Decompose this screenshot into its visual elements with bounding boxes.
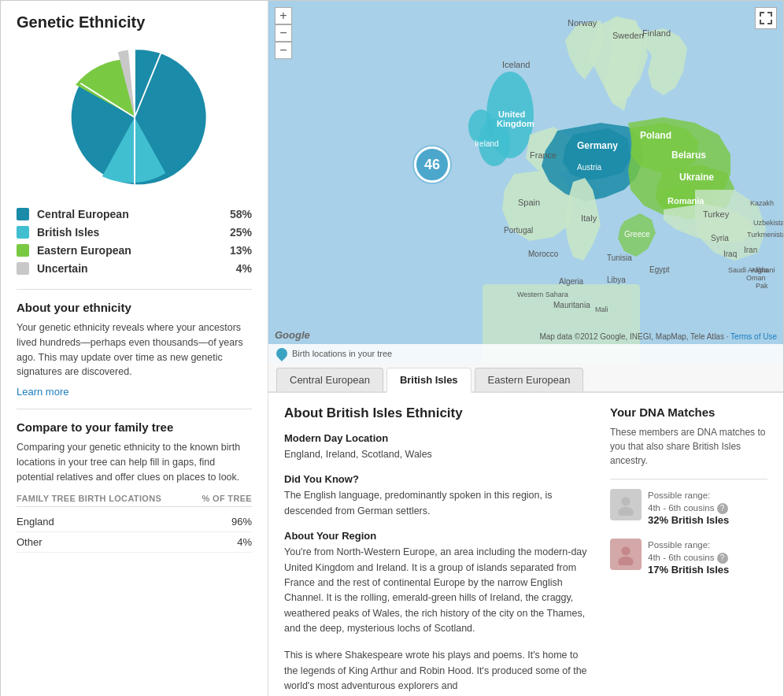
dna-match-1-pct: 32% British Isles (648, 514, 767, 526)
dna-help-icon-2[interactable]: ? (717, 553, 728, 564)
svg-text:Tunisia: Tunisia (607, 254, 632, 262)
svg-point-63 (618, 507, 634, 516)
dna-match-1-info: Possible range: 4th - 6th cousins ? 32% … (648, 489, 767, 526)
legend-label-british-isles: British Isles (37, 226, 230, 239)
svg-text:Western Sahara: Western Sahara (517, 291, 568, 298)
legend-color-british-isles (17, 226, 29, 239)
tab-eastern-european[interactable]: Eastern European (475, 368, 584, 391)
tree-col2-header: % OF TREE (202, 494, 252, 503)
modern-day-location-text: England, Ireland, Scotland, Wales (284, 447, 594, 462)
zoom-out-button[interactable]: − (275, 24, 292, 42)
legend-item-uncertain: Uncertain 4% (17, 262, 252, 275)
birth-pin-icon (274, 346, 290, 361)
dna-match-1: Possible range: 4th - 6th cousins ? 32% … (610, 489, 767, 526)
about-region-title: About Your Region (284, 530, 594, 542)
svg-point-62 (621, 497, 630, 505)
dna-match-2-info: Possible range: 4th - 6th cousins ? 17% … (648, 539, 767, 576)
svg-text:Mauritania: Mauritania (553, 301, 590, 309)
legend-color-uncertain (17, 262, 29, 275)
tree-pct-england: 96% (231, 516, 252, 528)
svg-marker-15 (563, 128, 631, 180)
dna-match-2-range: Possible range: 4th - 6th cousins ? (648, 539, 767, 564)
dna-help-icon-1[interactable]: ? (717, 503, 728, 514)
svg-point-65 (618, 557, 634, 565)
did-you-know-section: Did You Know? The English language, pred… (284, 473, 594, 519)
svg-text:Syria: Syria (711, 234, 729, 242)
content-main: About British Isles Ethnicity Modern Day… (284, 405, 594, 696)
svg-text:Libya: Libya (607, 276, 626, 284)
svg-text:Oman: Oman (746, 274, 766, 282)
tab-central-european[interactable]: Central European (276, 368, 383, 391)
svg-text:Uzbekistan: Uzbekistan (753, 219, 783, 227)
svg-text:Turkmenistan: Turkmenistan (747, 231, 783, 239)
main-container: Genetic Ethnicity (0, 0, 784, 696)
compare-tree-title: Compare to your family tree (17, 420, 252, 434)
avatar-icon-2 (615, 543, 637, 565)
map-controls: + − − (275, 7, 292, 59)
map-bubble-count: 46 (424, 157, 440, 173)
map-expand-button[interactable] (755, 7, 777, 29)
svg-text:Germany: Germany (577, 140, 618, 151)
modern-day-location-section: Modern Day Location England, Ireland, Sc… (284, 432, 594, 462)
svg-text:Romania: Romania (668, 196, 704, 205)
svg-text:Ukraine: Ukraine (679, 172, 714, 183)
about-ethnicity-section: About your ethnicity Your genetic ethnic… (17, 301, 252, 398)
compare-tree-section: Compare to your family tree Comparing yo… (17, 420, 252, 553)
birth-locations-label: Birth locations in your tree (292, 349, 392, 358)
legend-label-uncertain: Uncertain (37, 262, 236, 275)
legend-item-eastern-european: Eastern European 13% (17, 244, 252, 257)
svg-text:Egypt: Egypt (649, 265, 670, 274)
pie-chart-container (17, 43, 252, 192)
about-region-section: About Your Region You're from North-West… (284, 530, 594, 694)
dna-divider (610, 479, 767, 479)
modern-day-location-title: Modern Day Location (284, 432, 594, 444)
tab-british-isles[interactable]: British Isles (386, 368, 472, 393)
compare-tree-text: Comparing your genetic ethnicity to the … (17, 440, 252, 484)
map-footer: Birth locations in your tree (268, 344, 783, 363)
svg-text:Portugal: Portugal (504, 226, 533, 235)
divider-2 (17, 409, 252, 409)
dna-match-1-range: Possible range: 4th - 6th cousins ? (648, 489, 767, 514)
tree-table-header: FAMILY TREE BIRTH LOCATIONS % OF TREE (17, 494, 252, 507)
expand-icon (760, 12, 772, 24)
svg-text:United: United (498, 109, 525, 119)
page-title: Genetic Ethnicity (17, 13, 252, 31)
dna-matches-panel: Your DNA Matches These members are DNA m… (610, 405, 767, 696)
avatar-1[interactable] (610, 489, 642, 520)
svg-text:Kingdom: Kingdom (497, 119, 534, 128)
legend-label-eastern-european: Eastern European (37, 244, 230, 257)
svg-text:Iran: Iran (744, 246, 757, 254)
svg-text:Kazakh: Kazakh (750, 199, 774, 207)
svg-text:Algeria: Algeria (559, 277, 584, 286)
zoom-out-button-2[interactable]: − (275, 42, 292, 59)
legend-color-eastern-european (17, 244, 29, 257)
tabs-bar: Central European British Isles Eastern E… (268, 363, 783, 393)
divider-1 (17, 289, 252, 290)
svg-text:Italy: Italy (581, 213, 597, 223)
svg-text:Iceland: Iceland (502, 60, 530, 69)
map-svg: Sweden Norway Finland Iceland United Kin… (268, 1, 783, 363)
dna-match-2: Possible range: 4th - 6th cousins ? 17% … (610, 539, 767, 576)
map-bubble[interactable]: 46 (414, 146, 450, 183)
svg-text:Ireland: Ireland (475, 139, 499, 148)
learn-more-link[interactable]: Learn more (17, 386, 68, 398)
svg-text:Iraq: Iraq (723, 250, 737, 258)
svg-text:Norway: Norway (568, 18, 597, 28)
avatar-icon-1 (615, 494, 637, 516)
dna-match-2-pct: 17% British Isles (648, 564, 767, 576)
svg-text:Sweden: Sweden (612, 31, 644, 40)
legend-color-central-european (17, 208, 29, 220)
svg-text:Poland: Poland (640, 130, 671, 141)
right-panel: Sweden Norway Finland Iceland United Kin… (268, 1, 783, 696)
zoom-in-button[interactable]: + (275, 7, 292, 24)
did-you-know-title: Did You Know? (284, 473, 594, 485)
legend-pct-central-european: 58% (230, 208, 252, 220)
about-region-text: You're from North-Western Europe, an are… (284, 545, 594, 636)
svg-text:Pak: Pak (756, 282, 768, 290)
tree-row-other: Other 4% (17, 532, 252, 553)
svg-text:Morocco: Morocco (528, 250, 559, 258)
svg-text:Austria: Austria (577, 163, 602, 172)
terms-of-use-link[interactable]: Terms of Use (730, 332, 777, 341)
tree-col1-header: FAMILY TREE BIRTH LOCATIONS (17, 494, 161, 503)
avatar-2[interactable] (610, 539, 642, 570)
